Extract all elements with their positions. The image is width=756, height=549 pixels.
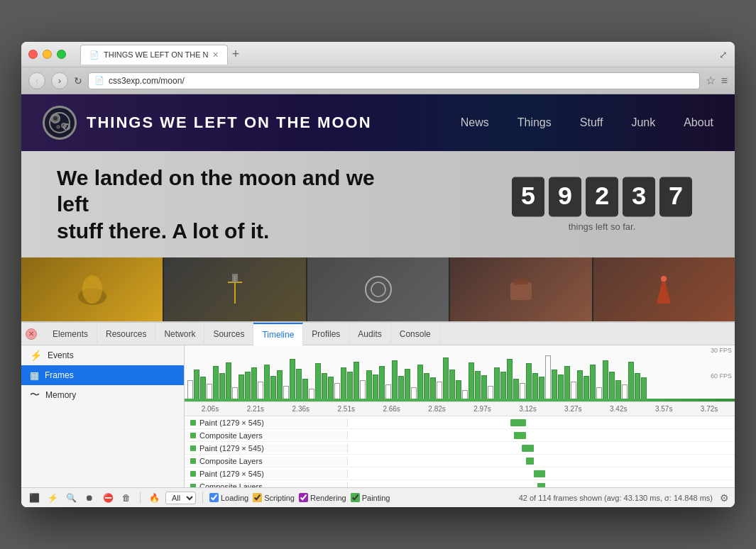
event-color-5: [190, 471, 196, 477]
status-sep-2: [202, 492, 203, 504]
frame-bar: [564, 366, 570, 401]
title-bar: 📄 THINGS WE LEFT ON THE N × + ⤢: [21, 42, 735, 67]
url-text: css3exp.com/moon/: [109, 76, 185, 86]
frame-bar: [443, 357, 449, 401]
thumb-5[interactable]: [593, 257, 735, 321]
time-mark-3: 2.36s: [278, 405, 324, 413]
cb-painting[interactable]: [351, 493, 360, 502]
svg-point-9: [366, 277, 391, 302]
fps-labels: 30 FPS 60 FPS: [711, 347, 732, 379]
stop-btn[interactable]: ⛔: [101, 491, 115, 505]
cb-rendering[interactable]: [299, 493, 308, 502]
expand-icon[interactable]: ⤢: [719, 49, 728, 60]
event-row-3: Paint (1279 × 545): [185, 442, 735, 455]
maximize-button[interactable]: [57, 50, 66, 59]
capture-frames-btn[interactable]: ⚡: [45, 491, 60, 505]
thumb-1[interactable]: [21, 257, 163, 321]
nav-news[interactable]: News: [461, 116, 489, 129]
sidebar-item-frames[interactable]: ▦ Frames: [21, 365, 184, 385]
event-row-6-text: Composite Layers: [199, 482, 263, 488]
tab-resources[interactable]: Resources: [97, 323, 155, 345]
sidebar-item-events[interactable]: ⚡ Events: [21, 345, 184, 365]
frame-bar: [392, 360, 398, 401]
frame-bar: [590, 365, 596, 401]
minimize-button[interactable]: [43, 50, 52, 59]
frame-bar: [475, 371, 481, 401]
record-btn[interactable]: ⏺: [82, 491, 97, 505]
nav-junk[interactable]: Junk: [631, 116, 655, 129]
traffic-lights: [28, 50, 66, 59]
forward-button[interactable]: ›: [51, 72, 68, 89]
site-logo: THINGS WE LEFT ON THE MOON: [43, 106, 372, 140]
tab-audits[interactable]: Audits: [349, 323, 390, 345]
flame-chart-btn[interactable]: 🔥: [147, 491, 161, 505]
menu-button[interactable]: ≡: [721, 74, 728, 87]
cb-scripting[interactable]: [253, 493, 262, 502]
cb-loading-item[interactable]: Loading: [209, 493, 248, 502]
tab-profiles[interactable]: Profiles: [303, 323, 349, 345]
tab-network[interactable]: Network: [155, 323, 204, 345]
event-block: [510, 419, 526, 426]
tab-bar: 📄 THINGS WE LEFT ON THE N × +: [80, 45, 712, 65]
frame-bar: [500, 372, 506, 401]
url-bar[interactable]: 📄 css3exp.com/moon/: [88, 72, 700, 89]
capture-btn[interactable]: ⬛: [27, 491, 41, 505]
frame-bar: [424, 373, 429, 401]
counter-digits: 5 9 2 3 7: [512, 177, 692, 217]
browser-tab[interactable]: 📄 THINGS WE LEFT ON THE N ×: [80, 45, 228, 65]
close-button[interactable]: [28, 50, 38, 59]
nav-things[interactable]: Things: [517, 116, 552, 129]
tab-close-button[interactable]: ×: [213, 50, 219, 60]
sidebar-item-memory[interactable]: 〜 Memory: [21, 385, 184, 405]
event-timeline-1: [348, 416, 735, 428]
frame-bar: [347, 372, 353, 401]
thumbnail-row: [21, 257, 735, 321]
selection-bar: [185, 399, 735, 401]
settings-button[interactable]: ⚙: [720, 492, 729, 504]
tab-timeline[interactable]: Timeline: [253, 323, 303, 345]
site-header: THINGS WE LEFT ON THE MOON News Things S…: [21, 94, 735, 151]
cb-scripting-item[interactable]: Scripting: [253, 493, 295, 502]
tab-elements[interactable]: Elements: [44, 323, 97, 345]
thumb-3[interactable]: [307, 257, 449, 321]
frame-bar: [641, 377, 647, 401]
thumb-4[interactable]: [450, 257, 591, 321]
browser-window: 📄 THINGS WE LEFT ON THE N × + ⤢ ‹ › ↻ 📄 …: [21, 42, 735, 507]
frame-bar: [405, 369, 410, 401]
thumb-2[interactable]: [164, 257, 305, 321]
event-color-6: [190, 484, 196, 488]
svg-rect-11: [510, 282, 532, 300]
event-row-6-label: Composite Layers: [185, 482, 348, 488]
event-color-2: [190, 433, 196, 438]
clear-btn[interactable]: 🗑: [119, 491, 133, 505]
tab-console[interactable]: Console: [391, 323, 440, 345]
svg-rect-8: [232, 274, 238, 282]
hero-heading: We landed on the moon and we left stuff …: [57, 165, 398, 245]
cb-painting-item[interactable]: Painting: [351, 493, 390, 502]
nav-stuff[interactable]: Stuff: [580, 116, 603, 129]
tab-sources[interactable]: Sources: [204, 323, 253, 345]
frame-bar: [322, 373, 327, 401]
search-btn[interactable]: 🔍: [64, 491, 78, 505]
reload-button[interactable]: ↻: [74, 75, 82, 87]
filter-select[interactable]: All: [165, 492, 196, 504]
event-row-5-label: Paint (1279 × 545): [185, 470, 348, 478]
cb-painting-label: Painting: [362, 494, 390, 502]
bookmark-button[interactable]: ☆: [706, 74, 716, 87]
frames-icon: ▦: [30, 370, 39, 381]
status-sep-1: [140, 492, 141, 504]
back-button[interactable]: ‹: [28, 72, 45, 89]
new-tab-button[interactable]: +: [232, 47, 240, 62]
frame-bar: [635, 373, 640, 401]
frame-bar: [628, 362, 634, 401]
frame-bar: [494, 367, 500, 401]
frame-bar: [379, 366, 385, 401]
event-color-1: [190, 420, 196, 426]
time-mark-5: 2.66s: [369, 405, 415, 413]
nav-about[interactable]: About: [684, 116, 713, 129]
cb-rendering-item[interactable]: Rendering: [299, 493, 346, 502]
event-row-4: Composite Layers: [185, 455, 735, 467]
cb-loading[interactable]: [209, 493, 219, 502]
time-mark-2: 2.21s: [233, 405, 278, 413]
devtools-close-button[interactable]: ✕: [26, 328, 37, 340]
